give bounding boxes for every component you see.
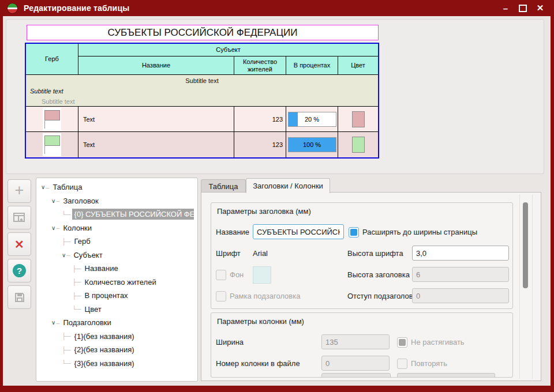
tree-connector: ├─ — [72, 278, 81, 285]
help-icon: ? — [13, 264, 26, 277]
app-icon — [7, 3, 18, 14]
font-height-input[interactable] — [412, 246, 509, 261]
tree-connector: └─ — [72, 306, 81, 312]
tree-item-label: Субъект — [71, 250, 104, 261]
table-preview-panel: СУБЪЕКТЫ РОССИЙСКОЙ ФЕДЕРАЦИИ Герб Субъе… — [6, 19, 544, 174]
save-button — [8, 285, 31, 309]
clipped-field-2 — [397, 373, 495, 378]
close-icon: ✕ — [537, 3, 544, 13]
repeat-label: Повторять — [411, 359, 447, 368]
tree-view: ∨–Таблица∨–Заголовок└─{0} СУБЪЕКТЫ РОССИ… — [36, 178, 198, 382]
tree-item[interactable]: ├─В процентах — [36, 289, 197, 303]
maximize-button[interactable] — [518, 3, 527, 13]
tree-item[interactable]: ∨–Субъект — [36, 248, 197, 262]
delete-x-icon: ✕ — [14, 239, 24, 250]
gerb-cell — [26, 132, 78, 157]
tree-item-label: {3}(без названия) — [72, 358, 137, 369]
font-label: Шрифт — [216, 249, 241, 258]
tree-item-label: Заголовок — [61, 195, 100, 206]
residents-cell: 123 — [234, 132, 286, 157]
add-column-button — [8, 206, 31, 229]
tree-item[interactable]: ├─{1}(без названия) — [36, 330, 197, 344]
tree-item-label: Цвет — [83, 304, 104, 315]
tree-item[interactable]: └─{3}(без названия) — [36, 357, 197, 371]
tree-item-label: {2}(без названия) — [72, 344, 137, 355]
preview-table: Герб Субъект Название Количество жителей… — [25, 43, 379, 159]
clipped-field-1 — [321, 373, 391, 378]
subtitle-text-centered: Subtitle text — [26, 77, 378, 84]
expand-width-checkbox[interactable] — [349, 227, 359, 238]
progress-label: 20 % — [305, 116, 319, 123]
header-height-label: Высота заголовка — [347, 270, 410, 279]
tree-connector: ├─ — [62, 238, 71, 245]
floppy-save-icon — [14, 292, 25, 303]
header-cell-subject: Субъект — [78, 44, 378, 56]
tree-item[interactable]: ∨–Подзаголовки — [36, 316, 197, 330]
add-button: + — [8, 179, 31, 203]
subheader-indent-label: Отступ подзаголовка — [347, 292, 421, 300]
tree-item-label: {1}(без названия) — [72, 331, 137, 342]
tree-item[interactable]: ├─{2}(без названия) — [36, 343, 197, 357]
tab-headers-columns[interactable]: Заголовки / Колонки — [246, 178, 330, 193]
header-cell-color: Цвет — [338, 56, 378, 75]
progress-bar: 100 % — [288, 137, 336, 152]
color-cell — [338, 107, 378, 132]
expand-width-label: Расширять до ширины страницы — [362, 228, 477, 236]
tree-item-label: Название — [83, 263, 121, 274]
tree-item[interactable]: └─{0} СУБЪЕКТЫ РОССИЙСКОЙ ФЕД... — [36, 208, 197, 221]
tree-connector: – — [66, 251, 70, 258]
tab-table[interactable]: Таблица — [201, 179, 246, 193]
header-cell-percent: В процентах — [286, 56, 338, 75]
residents-cell: 123 — [234, 107, 286, 132]
name-cell: Text — [78, 107, 234, 132]
tree-connector: ├─ — [62, 346, 71, 353]
header-height-input — [412, 267, 509, 282]
help-button[interactable]: ? — [8, 259, 31, 282]
header-cell-gerb: Герб — [26, 44, 78, 75]
subtitle-text-gray: Subtitle text — [42, 98, 74, 105]
tree-item[interactable]: ∨–Заголовок — [36, 194, 197, 208]
file-column-input — [321, 356, 390, 371]
delete-button[interactable]: ✕ — [8, 232, 31, 256]
maximize-icon — [519, 5, 527, 12]
tree-item-label: {0} СУБЪЕКТЫ РОССИЙСКОЙ ФЕД... — [72, 209, 194, 220]
subheader-indent-input — [412, 288, 509, 303]
font-value: Arial — [253, 249, 268, 258]
minimize-button[interactable]: – — [501, 3, 510, 13]
tree-item-label: Количество жителей — [83, 277, 159, 288]
tree-item[interactable]: ∨–Таблица — [36, 180, 197, 194]
file-column-label: Номер колонки в файле — [216, 359, 300, 368]
scrollbar-thumb[interactable] — [523, 202, 528, 288]
tree-connector: └─ — [62, 360, 71, 367]
app-window: Редактирование таблицы – ✕ СУБЪЕКТЫ РОСС… — [0, 0, 554, 392]
progress-fill — [289, 112, 298, 126]
tree-item[interactable]: └─Цвет — [36, 303, 197, 316]
tree-item[interactable]: ├─Количество жителей — [36, 276, 197, 289]
header-cell-name: Название — [78, 56, 234, 75]
title-name-input[interactable] — [253, 224, 344, 239]
tree-item[interactable]: ├─Название — [36, 262, 197, 276]
font-height-label: Высота шрифта — [347, 249, 403, 258]
name-cell: Text — [78, 132, 234, 157]
tree-connector: – — [56, 224, 59, 231]
progress-label: 100 % — [303, 141, 321, 148]
background-label: Фон — [230, 270, 244, 279]
width-label: Ширина — [216, 338, 244, 346]
gerb-cell — [26, 107, 78, 132]
close-button[interactable]: ✕ — [536, 3, 545, 13]
window-title: Редактирование таблицы — [24, 3, 129, 13]
header-params-group: Параметры заголовка (мм) Название Расшир… — [211, 202, 513, 309]
column-width-input — [321, 334, 390, 349]
flag-icon — [43, 108, 61, 131]
preview-table-title: СУБЪЕКТЫ РОССИЙСКОЙ ФЕДЕРАЦИИ — [27, 25, 379, 40]
tree-item[interactable]: ├─Герб — [36, 235, 197, 248]
tree-item[interactable]: ∨–Колонки — [36, 221, 197, 235]
tree-connector: – — [56, 319, 59, 326]
percent-cell: 100 % — [286, 132, 338, 157]
table-plus-icon — [13, 212, 27, 224]
chevron-down-icon: ∨ — [62, 252, 66, 258]
tree-connector: ├─ — [62, 333, 71, 340]
chevron-down-icon: ∨ — [41, 184, 45, 190]
subtitle-row: Subtitle text Subtitle text Subtitle tex… — [26, 75, 378, 107]
tree-connector: – — [46, 184, 49, 191]
